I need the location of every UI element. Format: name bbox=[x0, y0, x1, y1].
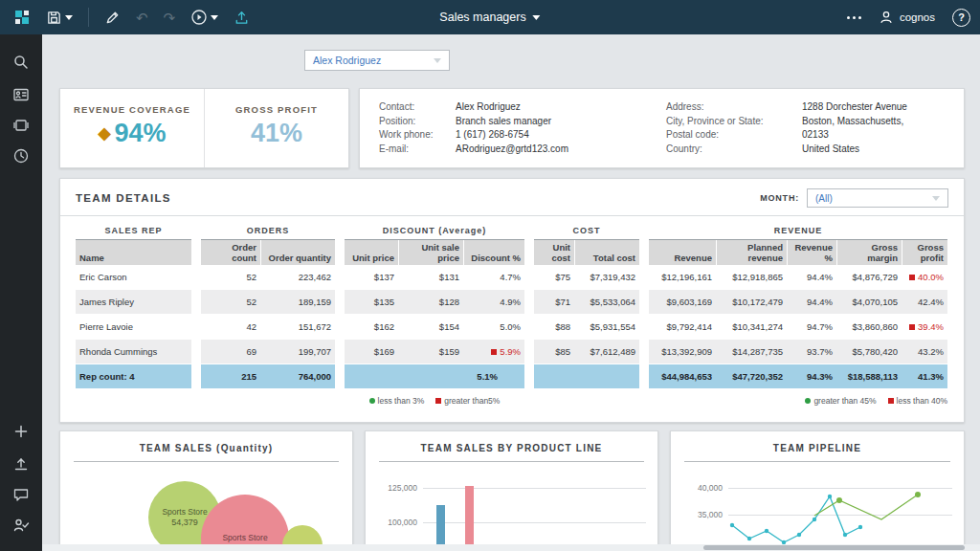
run-button[interactable] bbox=[185, 5, 224, 30]
cell-unit-cost[interactable]: $85 bbox=[534, 340, 574, 364]
cell-unit-price[interactable]: $135 bbox=[345, 290, 398, 314]
horizontal-scrollbar[interactable] bbox=[42, 544, 980, 551]
cell-gross-profit[interactable]: 40.0% bbox=[902, 265, 947, 289]
column-header-name[interactable]: Name bbox=[76, 240, 191, 265]
cell-unit-cost[interactable]: $71 bbox=[534, 290, 574, 314]
cell-gross-margin[interactable]: $5,780,420 bbox=[836, 340, 902, 364]
cell-discount-pct[interactable]: 5.0% bbox=[463, 315, 524, 339]
person-filter-dropdown[interactable]: Alex Rodriguez bbox=[304, 50, 450, 71]
cell-order-quantity[interactable]: 189,159 bbox=[260, 290, 335, 314]
cell-unit-price[interactable]: $162 bbox=[345, 315, 398, 339]
cell-gross-profit[interactable]: 42.4% bbox=[902, 290, 947, 314]
column-header-total-cost[interactable]: Total cost bbox=[574, 240, 639, 265]
column-header-planned-revenue[interactable]: Planned revenue bbox=[716, 240, 787, 265]
cell-gross-margin[interactable]: $4,876,729 bbox=[836, 265, 902, 289]
cell-total-cost[interactable]: $7,612,489 bbox=[574, 340, 639, 364]
cell-order-quantity-total[interactable]: 764,000 bbox=[260, 364, 335, 388]
cell-order-quantity[interactable]: 199,707 bbox=[260, 340, 335, 364]
cell-discount-pct[interactable]: 4.9% bbox=[463, 290, 524, 314]
cell-revenue-pct[interactable]: 93.7% bbox=[787, 340, 836, 364]
cell-total-cost[interactable]: $7,319,432 bbox=[574, 265, 639, 289]
cell-order-count[interactable]: 69 bbox=[201, 340, 260, 364]
cell-planned-revenue[interactable]: $10,341,274 bbox=[716, 315, 787, 339]
column-header-revenue[interactable]: Revenue bbox=[649, 240, 716, 265]
undo-button[interactable]: ↶ bbox=[130, 7, 154, 29]
cell-gross-profit[interactable]: 39.4% bbox=[902, 315, 947, 339]
help-icon[interactable]: ? bbox=[952, 9, 970, 27]
recent-icon[interactable] bbox=[12, 147, 30, 165]
cell-order-quantity[interactable]: 223,462 bbox=[260, 265, 335, 289]
cell-revenue-pct-total[interactable]: 94.3% bbox=[787, 364, 836, 388]
kpi-gross-profit[interactable]: GROSS PROFIT 41% bbox=[205, 89, 348, 167]
cell-revenue[interactable]: $13,392,909 bbox=[649, 340, 716, 364]
app-logo-icon[interactable] bbox=[8, 5, 36, 30]
cell-revenue-pct[interactable]: 94.7% bbox=[787, 315, 836, 339]
comment-icon[interactable] bbox=[12, 486, 30, 503]
cell-revenue-pct[interactable]: 94.4% bbox=[787, 290, 836, 314]
cell-unit-cost[interactable]: $75 bbox=[534, 265, 574, 289]
cell-unit-price[interactable]: $169 bbox=[345, 340, 398, 364]
column-header-gross-margin[interactable]: Gross margin bbox=[836, 240, 902, 265]
search-icon[interactable] bbox=[12, 54, 30, 71]
cell-revenue-total[interactable]: $44,984,653 bbox=[649, 364, 716, 388]
cell-revenue[interactable]: $9,792,414 bbox=[649, 315, 716, 339]
bar-series-2[interactable] bbox=[465, 486, 474, 551]
cell-discount-pct-avg[interactable]: 5.1% bbox=[345, 364, 524, 388]
cell-gross-profit[interactable]: 43.2% bbox=[902, 340, 947, 364]
cell-gross-margin[interactable]: $4,070,105 bbox=[836, 290, 902, 314]
cell-order-quantity[interactable]: 151,672 bbox=[260, 315, 335, 339]
column-header-revenue-pct[interactable]: Revenue % bbox=[787, 240, 836, 265]
add-icon[interactable] bbox=[12, 423, 30, 440]
cell-gross-margin[interactable]: $3,860,860 bbox=[836, 315, 902, 339]
cell-name[interactable]: James Ripley bbox=[76, 290, 191, 314]
scrollbar-thumb[interactable] bbox=[703, 545, 965, 550]
month-filter-dropdown[interactable]: (All) bbox=[807, 188, 948, 208]
share-button[interactable] bbox=[228, 6, 256, 30]
cell-discount-pct[interactable]: 5.9% bbox=[463, 340, 524, 364]
cell-name[interactable]: Eric Carson bbox=[76, 265, 191, 289]
column-header-unit-sale-price[interactable]: Unit sale price bbox=[398, 240, 463, 265]
column-header-discount-pct[interactable]: Discount % bbox=[463, 240, 524, 265]
edit-button[interactable] bbox=[99, 6, 126, 30]
cell-total-cost[interactable]: $5,533,064 bbox=[574, 290, 639, 314]
column-header-unit-price[interactable]: Unit price bbox=[345, 240, 398, 265]
kpi-revenue-coverage[interactable]: REVENUE COVERAGE ◆94% bbox=[60, 89, 205, 167]
pipeline-line-chart[interactable] bbox=[671, 431, 965, 551]
cell-unit-sale-price[interactable]: $159 bbox=[398, 340, 463, 364]
cell-revenue[interactable]: $12,196,161 bbox=[649, 265, 716, 289]
cell-name[interactable]: Rhonda Cummings bbox=[76, 340, 191, 364]
approval-icon[interactable] bbox=[12, 517, 30, 534]
cell-order-count[interactable]: 52 bbox=[201, 290, 260, 314]
cell-unit-sale-price[interactable]: $154 bbox=[398, 315, 463, 339]
upload-icon[interactable] bbox=[12, 455, 30, 473]
cell-order-count-total[interactable]: 215 bbox=[201, 364, 260, 388]
cell-name[interactable]: Pierre Lavoie bbox=[76, 315, 191, 339]
cell-discount-pct[interactable]: 4.7% bbox=[463, 265, 524, 289]
column-header-order-count[interactable]: Order count bbox=[201, 240, 260, 265]
cell-unit-price[interactable]: $137 bbox=[345, 265, 398, 289]
dashboard-title-menu[interactable]: Sales managers bbox=[439, 11, 540, 24]
cell-planned-revenue[interactable]: $14,287,735 bbox=[716, 340, 787, 364]
cell-gross-margin-total[interactable]: $18,588,113 bbox=[836, 364, 902, 388]
save-button[interactable] bbox=[40, 6, 78, 30]
account-button[interactable]: cognos bbox=[879, 10, 935, 25]
cell-unit-sale-price[interactable]: $131 bbox=[398, 265, 463, 289]
cell-planned-revenue[interactable]: $12,918,865 bbox=[716, 265, 787, 289]
cell-planned-revenue[interactable]: $10,172,479 bbox=[716, 290, 787, 314]
cell-revenue[interactable]: $9,603,169 bbox=[649, 290, 716, 314]
column-header-order-quantity[interactable]: Order quantity bbox=[260, 240, 335, 265]
cell-gross-profit-total[interactable]: 41.3% bbox=[902, 364, 947, 388]
cell-unit-sale-price[interactable]: $128 bbox=[398, 290, 463, 314]
cell-revenue-pct[interactable]: 94.4% bbox=[787, 265, 836, 289]
more-icon[interactable] bbox=[847, 16, 861, 19]
cell-order-count[interactable]: 52 bbox=[201, 265, 260, 289]
contacts-icon[interactable] bbox=[12, 86, 30, 103]
cell-unit-cost[interactable]: $88 bbox=[534, 315, 574, 339]
cell-rep-count[interactable]: Rep count: 4 bbox=[76, 364, 191, 388]
redo-button[interactable]: ↷ bbox=[158, 7, 182, 29]
column-header-unit-cost[interactable]: Unit cost bbox=[534, 240, 574, 265]
column-header-gross-profit[interactable]: Gross profit bbox=[902, 240, 947, 265]
cell-planned-revenue-total[interactable]: $47,720,352 bbox=[716, 364, 787, 388]
cell-order-count[interactable]: 42 bbox=[201, 315, 260, 339]
cell-cost-summary-empty[interactable] bbox=[534, 364, 639, 388]
